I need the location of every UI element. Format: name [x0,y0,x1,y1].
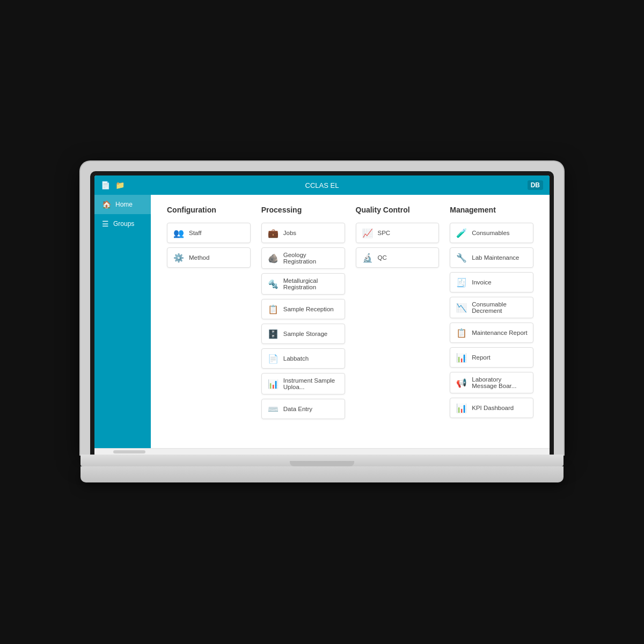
sidebar: 🏠 Home ☰ Groups [94,195,151,448]
section-management: Management 🧪 Consumables 🔧 Lab Maintenan… [444,206,539,423]
maintenance-report-icon: 📋 [456,327,467,339]
metallurgical-icon: 🔩 [267,278,279,290]
btn-staff[interactable]: 👥 Staff [167,223,251,243]
btn-sample-storage-label: Sample Storage [283,331,327,337]
consumable-decrement-icon: 📉 [456,302,467,313]
section-processing-title: Processing [261,206,345,216]
menu-grid: Configuration 👥 Staff ⚙️ Method [162,206,539,423]
btn-sample-reception[interactable]: 📋 Sample Reception [261,299,345,319]
btn-consumable-decrement[interactable]: 📉 Consumable Decrement [450,297,533,318]
btn-invoice-label: Invoice [472,279,491,286]
btn-sample-storage[interactable]: 🗄️ Sample Storage [261,324,345,344]
btn-consumable-decrement-label: Consumable Decrement [472,301,528,314]
doc-icon[interactable]: 📄 [101,181,110,189]
laptop-hinge [290,461,354,466]
consumables-icon: 🧪 [456,227,467,239]
btn-staff-label: Staff [189,230,201,236]
staff-icon: 👥 [173,227,185,239]
app-body: 🏠 Home ☰ Groups Configur [94,195,550,448]
folder-icon[interactable]: 📁 [115,181,125,189]
groups-icon: ☰ [102,219,109,228]
laptop-base [80,455,564,466]
btn-consumables-label: Consumables [472,230,509,236]
main-content: Configuration 👥 Staff ⚙️ Method [151,195,550,448]
btn-metallurgical-label: Metallurgical Registration [283,277,339,290]
sidebar-groups-label: Groups [113,220,134,228]
btn-data-entry-label: Data Entry [283,406,312,412]
invoice-icon: 🧾 [456,276,467,288]
btn-spc[interactable]: 📈 SPC [356,223,440,243]
sample-storage-icon: 🗄️ [267,328,279,340]
sidebar-item-home[interactable]: 🏠 Home [94,195,151,214]
btn-consumables[interactable]: 🧪 Consumables [450,223,533,243]
lab-maintenance-icon: 🔧 [456,252,467,264]
btn-report-label: Report [472,354,491,361]
home-icon: 🏠 [102,200,111,209]
sidebar-home-label: Home [115,201,133,208]
btn-sample-reception-label: Sample Reception [283,306,334,312]
laptop-bottom [80,466,564,482]
btn-lab-maintenance[interactable]: 🔧 Lab Maintenance [450,247,533,268]
sidebar-item-groups[interactable]: ☰ Groups [94,214,151,233]
btn-laboratory-message-board[interactable]: 📢 Laboratory Message Boar... [450,372,533,393]
btn-method-label: Method [189,254,209,261]
qc-icon: 🔬 [362,252,374,264]
section-management-title: Management [450,206,533,216]
btn-spc-label: SPC [378,230,391,236]
section-quality-control: Quality Control 📈 SPC 🔬 QC [350,206,445,423]
section-configuration-title: Configuration [167,206,251,216]
scrollbar-thumb[interactable] [113,450,145,453]
btn-message-board-label: Laboratory Message Boar... [472,376,528,389]
app-title: CCLAS EL [305,181,339,189]
btn-geology-registration[interactable]: 🪨 Geology Registration [261,247,345,269]
labbatch-icon: 📄 [267,353,279,364]
method-icon: ⚙️ [173,252,185,264]
section-qc-title: Quality Control [356,206,440,216]
geology-icon: 🪨 [267,252,279,264]
btn-jobs-label: Jobs [283,230,296,236]
btn-lab-maintenance-label: Lab Maintenance [472,254,519,261]
topbar: 📄 📁 CCLAS EL DB [94,175,550,195]
btn-labbatch[interactable]: 📄 Labbatch [261,348,345,369]
section-processing: Processing 💼 Jobs 🪨 Geology Registration [256,206,350,423]
data-entry-icon: ⌨️ [267,403,279,415]
scrollbar-area [94,448,550,455]
sample-reception-icon: 📋 [267,303,279,315]
spc-icon: 📈 [362,227,374,239]
btn-qc[interactable]: 🔬 QC [356,247,440,268]
btn-labbatch-label: Labbatch [283,355,309,362]
btn-data-entry[interactable]: ⌨️ Data Entry [261,399,345,419]
section-configuration: Configuration 👥 Staff ⚙️ Method [162,206,256,423]
btn-method[interactable]: ⚙️ Method [167,247,251,268]
btn-geology-label: Geology Registration [283,252,339,265]
btn-maintenance-report[interactable]: 📋 Maintenance Report [450,323,533,343]
btn-maintenance-report-label: Maintenance Report [472,330,528,336]
screen: 📄 📁 CCLAS EL DB 🏠 Home [94,175,550,455]
topbar-left: 📄 📁 [101,181,125,189]
db-badge: DB [528,180,543,190]
btn-report[interactable]: 📊 Report [450,347,533,368]
btn-invoice[interactable]: 🧾 Invoice [450,272,533,292]
btn-kpi-dashboard[interactable]: 📊 KPI Dashboard [450,398,533,418]
report-icon: 📊 [456,352,467,363]
jobs-icon: 💼 [267,227,279,239]
btn-instrument-sample-upload[interactable]: 📊 Instrument Sample Uploa... [261,373,345,394]
btn-instrument-label: Instrument Sample Uploa... [283,377,339,390]
kpi-icon: 📊 [456,402,467,414]
btn-kpi-label: KPI Dashboard [472,405,514,411]
laptop-frame: 📄 📁 CCLAS EL DB 🏠 Home [80,162,564,482]
btn-jobs[interactable]: 💼 Jobs [261,223,345,243]
message-board-icon: 📢 [456,377,467,389]
btn-qc-label: QC [378,254,387,261]
instrument-icon: 📊 [267,378,279,390]
btn-metallurgical-registration[interactable]: 🔩 Metallurgical Registration [261,273,345,295]
